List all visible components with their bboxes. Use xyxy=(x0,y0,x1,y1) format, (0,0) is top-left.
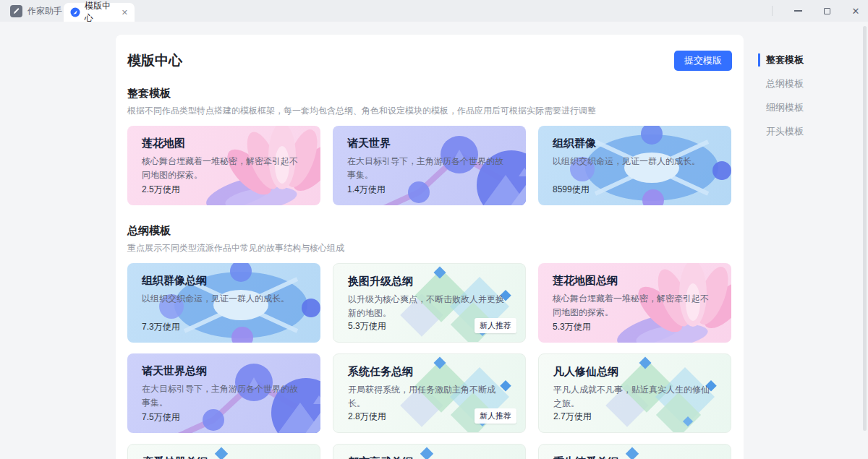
template-card-group-portrait[interactable]: 组织群像 以组织交织命运，见证一群人的成长。 8599使用 xyxy=(538,126,731,205)
card-title: 组织群像总纲 xyxy=(142,274,207,288)
card-description: 在大目标引导下，主角游历各个世界的故事集。 xyxy=(142,382,302,409)
card-title: 恋爱炒股总纲 xyxy=(142,455,208,459)
card-usage-count: 8599使用 xyxy=(553,184,590,196)
page-title: 模版中心 xyxy=(127,51,182,70)
template-card-rebirth-romance-outline[interactable]: 重生纯爱总纲 重生改变命运，用感情线推进剧情发展。 xyxy=(538,444,731,459)
template-card-lotus-map-outline[interactable]: 莲花地图总纲 核心舞台埋藏着一堆秘密，解密牵引起不同地图的探索。 5.3万使用 xyxy=(538,263,731,343)
section-full-templates: 整套模板 根据不同作品类型特点搭建的模板框架，每一套均包含总纲、角色和设定模块的… xyxy=(127,87,732,205)
window-tab-bar: 作家助手 模版中心 ✕ ✕ xyxy=(0,0,868,22)
newbie-recommend-badge: 新人推荐 xyxy=(475,408,516,424)
card-usage-count: 7.5万使用 xyxy=(142,411,180,424)
template-card-urban-martial-outline[interactable]: 都市高武总纲 以都市生活为背景，用热血铸就武侠梦。 xyxy=(333,444,526,459)
app-tab-label: 作家助手 xyxy=(27,5,62,17)
card-description: 在大目标引导下，主角游历各个世界的故事集。 xyxy=(347,155,508,181)
template-card-map-upgrade-outline[interactable]: 换图升级总纲 以升级为核心爽点，不断击败敌人并更换新的地图。 5.3万使用 新人… xyxy=(333,263,526,343)
section-description: 重点展示不同类型流派作品中常见的故事结构与核心组成 xyxy=(127,242,732,254)
pen-app-icon xyxy=(10,5,22,17)
section-outline-templates: 总纲模板 重点展示不同类型流派作品中常见的故事结构与核心组成 组织群像总纲 以组… xyxy=(127,224,732,459)
card-title: 莲花地图总纲 xyxy=(553,274,618,288)
template-card-group-portrait-outline[interactable]: 组织群像总纲 以组织交织命运，见证一群人的成长。 7.3万使用 xyxy=(127,263,320,343)
template-card-system-task-outline[interactable]: 系统任务总纲 开局获得系统，用任务激励主角不断成长。 2.8万使用 新人推荐 xyxy=(333,353,526,433)
newbie-recommend-badge: 新人推荐 xyxy=(475,318,516,333)
card-title: 诸天世界 xyxy=(347,137,391,150)
app-home-tab[interactable]: 作家助手 xyxy=(10,5,62,17)
card-description: 开局获得系统，用任务激励主角不断成长。 xyxy=(348,383,509,410)
section-title: 整套模板 xyxy=(127,87,732,100)
card-usage-count: 2.7万使用 xyxy=(553,411,592,423)
template-card-mortal-cultivation-outline[interactable]: 凡人修仙总纲 平凡人成就不凡事，贴近真实人生的修仙之旅。 2.7万使用 xyxy=(538,353,731,433)
panel-header: 模版中心 提交模版 xyxy=(127,51,732,71)
card-title: 系统任务总纲 xyxy=(348,365,413,379)
card-description: 核心舞台埋藏着一堆秘密，解密牵引起不同地图的探索。 xyxy=(553,292,713,319)
window-controls: ✕ xyxy=(772,0,861,22)
submit-template-button[interactable]: 提交模版 xyxy=(674,51,732,71)
card-usage-count: 1.4万使用 xyxy=(347,184,386,196)
section-side-nav: 整套模板 总纲模板 细纲模板 开头模板 xyxy=(758,53,845,149)
card-title: 凡人修仙总纲 xyxy=(553,365,618,379)
card-description: 平凡人成就不凡事，贴近真实人生的修仙之旅。 xyxy=(553,383,714,410)
card-description: 以组织交织命运，见证一群人的成长。 xyxy=(142,292,302,306)
card-usage-count: 7.3万使用 xyxy=(142,321,180,333)
window-maximize-button[interactable] xyxy=(822,6,832,16)
card-description: 以升级为核心爽点，不断击败敌人并更换新的地图。 xyxy=(348,293,509,319)
template-card-myriad-worlds[interactable]: 诸天世界 在大目标引导下，主角游历各个世界的故事集。 1.4万使用 xyxy=(333,126,526,205)
template-card-romance-stocks-outline[interactable]: 恋爱炒股总纲 适用于都市恋爱小说，融合多线情感破解。 xyxy=(127,444,320,459)
card-grid: 莲花地图 核心舞台埋藏着一堆秘密，解密牵引起不同地图的探索。 2.5万使用 诸天… xyxy=(127,126,732,205)
sidenav-item-outline-templates[interactable]: 总纲模板 xyxy=(758,77,845,90)
sidenav-item-detail-templates[interactable]: 细纲模板 xyxy=(758,101,845,114)
tab-template-center[interactable]: 模版中心 ✕ xyxy=(64,3,135,22)
template-center-panel: 模版中心 提交模版 整套模板 根据不同作品类型特点搭建的模板框架，每一套均包含总… xyxy=(116,35,744,459)
card-title: 莲花地图 xyxy=(142,137,185,150)
card-title: 换图升级总纲 xyxy=(348,275,413,288)
tab-close-icon[interactable]: ✕ xyxy=(122,9,128,17)
section-title: 总纲模板 xyxy=(127,224,732,238)
window-close-button[interactable]: ✕ xyxy=(851,6,861,16)
compass-tab-icon xyxy=(70,7,80,17)
card-description: 以组织交织命运，见证一群人的成长。 xyxy=(553,155,713,168)
card-description: 核心舞台埋藏着一堆秘密，解密牵引起不同地图的探索。 xyxy=(142,155,302,181)
window-minimize-button[interactable] xyxy=(793,6,803,16)
card-grid: 组织群像总纲 以组织交织命运，见证一群人的成长。 7.3万使用 换图升级总纲 以… xyxy=(127,263,732,459)
template-card-lotus-map[interactable]: 莲花地图 核心舞台埋藏着一堆秘密，解密牵引起不同地图的探索。 2.5万使用 xyxy=(127,126,320,205)
template-card-myriad-worlds-outline[interactable]: 诸天世界总纲 在大目标引导下，主角游历各个世界的故事集。 7.5万使用 xyxy=(127,353,320,433)
card-title: 诸天世界总纲 xyxy=(142,364,207,378)
vertical-scrollbar[interactable] xyxy=(863,26,867,431)
card-usage-count: 5.3万使用 xyxy=(348,320,386,333)
controls-divider xyxy=(772,6,773,16)
sidenav-item-opening-templates[interactable]: 开头模板 xyxy=(758,125,845,138)
card-title: 组织群像 xyxy=(553,137,596,150)
card-title: 重生纯爱总纲 xyxy=(553,455,618,459)
card-title: 都市高武总纲 xyxy=(348,455,413,459)
sidenav-item-full-templates[interactable]: 整套模板 xyxy=(758,53,845,67)
tab-label: 模版中心 xyxy=(85,0,117,25)
card-usage-count: 5.3万使用 xyxy=(553,321,591,333)
section-description: 根据不同作品类型特点搭建的模板框架，每一套均包含总纲、角色和设定模块的模板，作品… xyxy=(127,105,732,117)
card-usage-count: 2.8万使用 xyxy=(348,411,386,423)
card-usage-count: 2.5万使用 xyxy=(142,184,180,196)
